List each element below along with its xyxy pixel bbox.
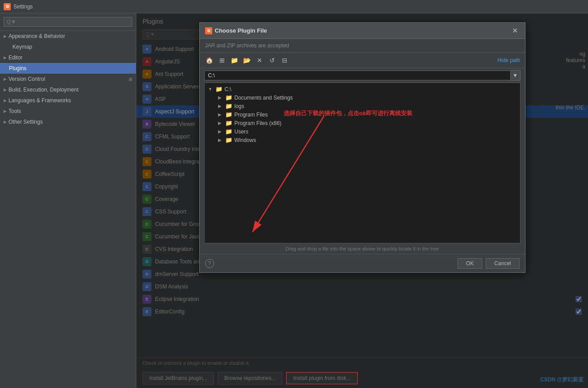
toolbar-list-btn[interactable]: ⊟ [279,55,290,65]
folder-icon: 📁 [215,86,223,92]
modal-file-tree: ▼ 📁 C:\ ▶ 📁 Documents and Settings ▶ 📁 l… [204,83,521,243]
toolbar-delete-btn[interactable]: ✕ [254,55,265,65]
choose-plugin-dialog: ⚙ Choose Plugin File ✕ JAR and ZIP archi… [199,22,525,273]
sidebar-item-editor[interactable]: ▶ Editor [0,52,136,63]
sidebar-item-tools[interactable]: ▶ Tools [0,106,136,117]
modal-path-browse-btn[interactable]: ▼ [511,70,521,81]
hide-path-link[interactable]: Hide path [497,57,520,63]
folder-icon: 📁 [225,111,232,118]
sidebar-item-keymap[interactable]: Keymap [0,42,136,52]
folder-icon: 📁 [225,128,232,135]
tree-toggle[interactable]: ▶ [218,104,223,108]
modal-path-bar: ▼ [204,70,521,81]
toolbar-grid-btn[interactable]: ⊞ [217,55,227,65]
modal-toolbar: 🏠 ⊞ 📁 📂 ✕ ↺ ⊟ Hide path [200,53,525,68]
tree-item-label: Windows [235,137,256,143]
toolbar-refresh-btn[interactable]: ↺ [267,55,277,65]
tree-item[interactable]: ▼ 📁 C:\ [205,85,520,93]
sidebar-item-version-control[interactable]: ▶ Version Control ⊞ [0,74,136,84]
tree-item[interactable]: ▶ 📁 Program Files [205,110,520,119]
modal-close-button[interactable]: ✕ [510,26,520,35]
expand-icon: ▶ [4,109,7,113]
modal-title-bar: ⚙ Choose Plugin File ✕ [200,23,525,39]
sidebar-item-languages[interactable]: ▶ Languages & Frameworks [0,95,136,106]
vc-icon: ⊞ [129,77,132,82]
tree-item-label: Program Files [235,112,268,118]
tree-item[interactable]: ▶ 📁 Windows [205,136,520,144]
tree-toggle[interactable]: ▶ [218,138,223,142]
tree-item-label: C:\ [225,86,231,92]
tree-item[interactable]: ▶ 📁 logs [205,102,520,110]
toolbar-folder-new-btn[interactable]: 📂 [242,55,252,65]
main-layout: ▶ Appearance & Behavior Keymap ▶ Editor … [0,13,588,388]
expand-icon: ▶ [4,55,7,60]
folder-icon: 📁 [225,137,232,143]
folder-icon: 📁 [225,120,232,126]
expand-icon: ▶ [4,98,7,103]
content-area: Plugins Show: All plugins Enabled Disabl… [136,13,588,388]
expand-icon: ▶ [4,77,7,81]
tree-toggle[interactable]: ▶ [218,129,223,134]
folder-icon: 📁 [225,94,232,101]
expand-icon: ▶ [4,88,7,92]
tree-toggle[interactable]: ▶ [218,121,223,125]
tree-item-label: logs [235,103,244,109]
sidebar-item-appearance[interactable]: ▶ Appearance & Behavior [0,31,136,42]
modal-ok-button[interactable]: OK [458,258,482,269]
modal-help-btn[interactable]: ? [205,259,214,268]
modal-bottom-hint: Drag and drop a file into the space abov… [200,243,525,254]
tree-toggle[interactable]: ▶ [218,95,223,100]
tree-toggle[interactable]: ▼ [208,87,214,92]
modal-cancel-button[interactable]: Cancel [486,258,519,269]
sidebar-items-list: ▶ Appearance & Behavior Keymap ▶ Editor … [0,31,136,388]
sidebar-item-build[interactable]: ▶ Build, Execution, Deployment [0,84,136,95]
modal-footer: ? OK Cancel [200,254,525,272]
toolbar-folder-up-btn[interactable]: 📁 [229,55,240,65]
tree-item-label: Documents and Settings [235,95,293,101]
modal-path-input[interactable] [204,71,511,80]
app-icon: ⚙ [4,3,11,10]
folder-icon: 📁 [225,103,232,109]
modal-overlay: ⚙ Choose Plugin File ✕ JAR and ZIP archi… [136,13,588,388]
toolbar-home-btn[interactable]: 🏠 [204,55,215,65]
sidebar-search-input[interactable] [4,17,132,27]
tree-item-label: Users [235,129,248,135]
modal-title-icon: ⚙ [205,27,212,34]
sidebar: ▶ Appearance & Behavior Keymap ▶ Editor … [0,13,136,388]
expand-icon: ▶ [4,120,7,124]
modal-subtitle: JAR and ZIP archives are accepted [200,39,525,53]
sidebar-item-other-settings[interactable]: ▶ Other Settings [0,117,136,127]
expand-icon: ▶ [4,34,7,38]
window-title: Settings [13,4,33,10]
tree-item[interactable]: ▶ 📁 Documents and Settings [205,93,520,102]
modal-footer-buttons: OK Cancel [458,258,520,269]
tree-item-label: Program Files (x86) [235,120,281,126]
modal-title: ⚙ Choose Plugin File [205,27,267,34]
sidebar-item-plugins[interactable]: Plugins [0,63,136,74]
title-bar: ⚙ Settings [0,0,588,13]
sidebar-search-area [0,13,136,31]
tree-toggle[interactable]: ▶ [218,112,223,117]
tree-item[interactable]: ▶ 📁 Program Files (x86) [205,119,520,127]
tree-item[interactable]: ▶ 📁 Users [205,127,520,136]
